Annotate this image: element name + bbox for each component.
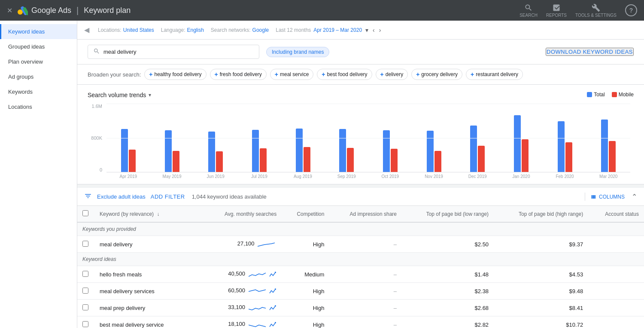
search-nav-label: SEARCH <box>519 13 538 18</box>
location-value[interactable]: United States <box>123 27 154 33</box>
chart-title: Search volume trends <box>88 92 146 98</box>
row-ad-impression: – <box>329 316 402 328</box>
reports-nav-button[interactable]: REPORTS <box>546 3 567 18</box>
th-competition[interactable]: Competition <box>282 206 329 222</box>
x-label: Aug 2019 <box>281 174 325 179</box>
close-icon[interactable]: ✕ <box>7 6 12 15</box>
x-label: Dec 2019 <box>456 174 499 179</box>
row-account-status <box>588 316 644 328</box>
bar-total <box>470 126 477 172</box>
trend-arrow-icon <box>269 270 276 278</box>
app-title: Google Ads <box>31 6 71 15</box>
bar-total <box>427 131 434 172</box>
tools-nav-button[interactable]: TOOLS & SETTINGS <box>575 3 617 18</box>
row-ad-impression: – <box>329 266 402 283</box>
bar-mobile <box>129 150 136 172</box>
chart-dropdown-icon[interactable]: ▾ <box>149 92 151 98</box>
top-nav: ✕ Google Ads | Keyword plan SEARCH REPOR… <box>0 0 644 21</box>
filter-bar: ◀ Locations: United States Language: Eng… <box>77 21 644 40</box>
date-range[interactable]: Apr 2019 – Mar 2020 <box>313 27 362 33</box>
row-keyword: meal delivery <box>94 236 203 253</box>
row-checkbox[interactable] <box>77 266 94 283</box>
trend-arrow-icon <box>269 321 276 328</box>
date-filter: Last 12 months Apr 2019 – Mar 2020 ▾ ‹ › <box>276 26 382 34</box>
bar-total <box>296 129 303 172</box>
broaden-chip-healthy-food-delivery[interactable]: + healthy food delivery <box>144 69 206 80</box>
x-label: Apr 2019 <box>106 174 150 179</box>
table-row: meal prep delivery 33,100 High – $2.68 $… <box>77 300 644 316</box>
th-avg-monthly[interactable]: Avg. monthly searches <box>203 206 282 222</box>
row-avg-monthly: 27,100 <box>203 236 282 253</box>
broaden-chip-grocery-delivery[interactable]: + grocery delivery <box>411 69 462 80</box>
broaden-chip-fresh-food-delivery[interactable]: + fresh food delivery <box>210 69 267 80</box>
help-button[interactable]: ? <box>625 4 637 16</box>
sidebar: Keyword ideas Grouped ideas Plan overvie… <box>0 21 77 328</box>
bar-mobile <box>260 148 267 172</box>
row-checkbox[interactable] <box>77 283 94 300</box>
nav-right: SEARCH REPORTS TOOLS & SETTINGS ? <box>519 3 637 18</box>
download-keyword-ideas-button[interactable]: DOWNLOAD KEYWORD IDEAS <box>546 48 634 56</box>
brand-names-button[interactable]: Including brand names <box>266 47 329 57</box>
legend-mobile-color <box>612 92 617 97</box>
bar-total <box>558 121 565 172</box>
bar-mobile <box>173 151 179 172</box>
sidebar-item-plan-overview[interactable]: Plan overview <box>0 54 77 69</box>
row-checkbox[interactable] <box>77 316 94 328</box>
th-ad-impression[interactable]: Ad impression share <box>329 206 402 222</box>
broaden-chip-best-food-delivery[interactable]: + best food delivery <box>317 69 372 80</box>
sidebar-item-ad-groups[interactable]: Ad groups <box>0 69 77 84</box>
sidebar-item-keywords[interactable]: Keywords <box>0 84 77 99</box>
legend-mobile: Mobile <box>612 92 634 98</box>
broaden-section: Broaden your search: + healthy food deli… <box>77 64 644 85</box>
row-keyword: meal delivery services <box>94 283 203 300</box>
x-label: Feb 2020 <box>543 174 587 179</box>
broaden-chip-delivery[interactable]: + delivery <box>376 69 408 80</box>
row-checkbox[interactable] <box>77 300 94 316</box>
th-bid-high[interactable]: Top of page bid (high range) <box>494 206 588 222</box>
add-filter-button[interactable]: ADD FILTER <box>151 193 185 200</box>
sidebar-item-locations[interactable]: Locations <box>0 99 77 114</box>
next-date-button[interactable]: › <box>378 26 382 34</box>
app-layout: Keyword ideas Grouped ideas Plan overvie… <box>0 21 644 328</box>
y-label-mid: 800K <box>91 135 102 141</box>
row-checkbox[interactable] <box>77 236 94 253</box>
search-box[interactable]: meal delivery <box>88 45 259 59</box>
select-all-checkbox[interactable] <box>82 210 88 216</box>
table-row: meal delivery services 60,500 High – $2.… <box>77 283 644 300</box>
th-account-status[interactable]: Account status <box>588 206 644 222</box>
prev-date-button[interactable]: ‹ <box>372 26 376 34</box>
search-nav-button[interactable]: SEARCH <box>519 3 538 18</box>
th-bid-low[interactable]: Top of page bid (low range) <box>402 206 494 222</box>
chart-legend: Total Mobile <box>587 92 634 98</box>
dropdown-arrow-button[interactable]: ▾ <box>365 26 369 34</box>
grid-line-top <box>106 104 630 104</box>
legend-mobile-label: Mobile <box>619 92 634 98</box>
sidebar-toggle-icon[interactable]: ◀ <box>84 26 89 34</box>
x-label: May 2019 <box>150 174 194 179</box>
x-label: Jul 2019 <box>237 174 281 179</box>
broaden-chip-restaurant-delivery[interactable]: + restaurant delivery <box>466 69 523 80</box>
network-label: Search networks: <box>211 27 251 33</box>
trend-arrow-icon <box>269 287 276 295</box>
exclude-adult-ideas-link[interactable]: Exclude adult ideas <box>97 193 146 200</box>
language-value[interactable]: English <box>187 27 204 33</box>
broaden-chip-meal-service[interactable]: + meal service <box>270 69 314 80</box>
bar-total <box>383 130 390 172</box>
filter-funnel-icon <box>84 192 92 201</box>
bar-mobile <box>391 149 398 172</box>
sidebar-item-keyword-ideas[interactable]: Keyword ideas <box>0 24 77 39</box>
language-filter: Language: English <box>161 27 204 33</box>
columns-button[interactable]: COLUMNS <box>590 193 625 200</box>
row-avg-monthly: 40,500 <box>203 266 282 283</box>
location-label: Locations: <box>98 27 122 33</box>
bar-total <box>339 129 346 172</box>
sidebar-item-grouped-ideas[interactable]: Grouped ideas <box>0 39 77 54</box>
bar-mobile <box>478 146 485 172</box>
row-bid-low: $2.50 <box>402 236 494 253</box>
network-value[interactable]: Google <box>252 27 269 33</box>
th-keyword[interactable]: Keyword (by relevance) ↓ <box>94 206 203 222</box>
collapse-chart-button[interactable]: ⌃ <box>632 193 637 201</box>
row-bid-high: $8.41 <box>494 300 588 316</box>
row-avg-monthly: 60,500 <box>203 283 282 300</box>
sort-icon: ↓ <box>157 211 159 217</box>
